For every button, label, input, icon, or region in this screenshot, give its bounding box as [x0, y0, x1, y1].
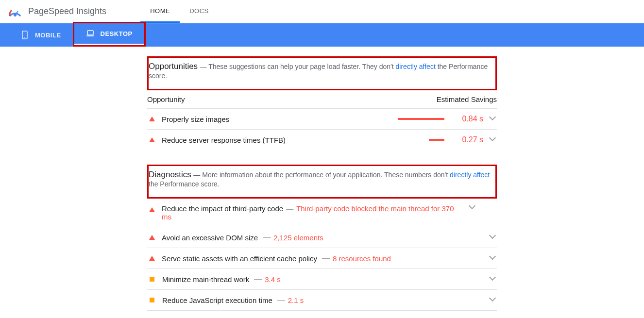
warning-triangle-icon: [149, 235, 155, 240]
col-savings: Estimated Savings: [437, 95, 497, 103]
opportunity-label: Properly size images: [162, 115, 367, 123]
warning-triangle-icon: [149, 256, 155, 261]
main-content: Opportunities — These suggestions can he…: [147, 47, 497, 318]
savings-bar: [367, 139, 444, 141]
diagnostic-row[interactable]: Avoid chaining critical requests—14 chai…: [147, 311, 497, 318]
opportunity-label: Reduce server response times (TTFB): [162, 136, 367, 144]
warning-triangle-icon: [149, 117, 155, 121]
savings-bar: [367, 118, 444, 120]
opportunity-row[interactable]: Reduce server response times (TTFB)0.27 …: [147, 130, 497, 150]
diagnostics-title: Diagnostics: [149, 170, 191, 179]
diagnostic-row[interactable]: Reduce JavaScript execution time—2.1 s: [147, 290, 497, 311]
diagnostic-detail: 8 resources found: [333, 254, 391, 263]
diagnostics-list: Reduce the impact of third-party code—Th…: [147, 199, 497, 318]
chevron-down-icon: [470, 204, 476, 211]
savings-time: 0.27 s: [454, 135, 483, 144]
opportunities-list: Properly size images0.84 sReduce server …: [147, 109, 497, 150]
opportunity-row[interactable]: Properly size images0.84 s: [147, 109, 497, 130]
warning-triangle-icon: [149, 207, 155, 212]
warning-square-icon: [150, 298, 154, 302]
product-name: PageSpeed Insights: [28, 6, 106, 17]
tab-desktop-highlight: DESKTOP: [73, 22, 146, 47]
nav-tabs: HOME DOCS: [140, 0, 219, 23]
directly-affect-link[interactable]: directly affect: [396, 63, 436, 70]
logo[interactable]: PageSpeed Insights: [8, 5, 106, 18]
diagnostic-row[interactable]: Serve static assets with an efficient ca…: [147, 248, 497, 269]
opportunities-columns: Opportunity Estimated Savings: [147, 90, 497, 109]
diagnostic-text: Reduce the impact of third-party code—Th…: [162, 204, 463, 221]
warning-square-icon: [150, 277, 154, 282]
diagnostic-row[interactable]: Reduce the impact of third-party code—Th…: [147, 199, 497, 227]
tab-mobile[interactable]: MOBILE: [9, 25, 73, 47]
diagnostic-row[interactable]: Avoid an excessive DOM size—2,125 elemen…: [147, 227, 497, 248]
svg-point-3: [24, 37, 25, 38]
diagnostic-label: Avoid an excessive DOM size: [162, 234, 258, 242]
chevron-down-icon: [490, 136, 497, 143]
directly-affect-link-2[interactable]: directly affect: [450, 171, 490, 179]
tab-home[interactable]: HOME: [140, 0, 180, 23]
laptop-icon: [86, 29, 95, 38]
chevron-down-icon: [490, 234, 497, 241]
diagnostic-detail: 2.1 s: [288, 296, 304, 304]
tab-desktop[interactable]: DESKTOP: [74, 23, 144, 45]
chevron-down-icon: [490, 255, 497, 262]
diagnostics-intro: Diagnostics — More information about the…: [147, 165, 497, 199]
tab-docs[interactable]: DOCS: [180, 0, 219, 23]
diagnostic-detail: 2,125 elements: [273, 234, 323, 242]
diagnostic-label: Reduce JavaScript execution time: [162, 296, 272, 304]
gauge-icon: [8, 5, 22, 18]
chevron-down-icon: [490, 116, 497, 122]
device-bar: MOBILE DESKTOP: [0, 23, 644, 47]
warning-triangle-icon: [149, 137, 155, 142]
col-opportunity: Opportunity: [147, 95, 185, 103]
diagnostic-detail: 3.4 s: [265, 275, 281, 284]
tab-desktop-label: DESKTOP: [101, 30, 133, 37]
opportunities-desc: — These suggestions can help your page l…: [149, 63, 488, 80]
svg-rect-4: [87, 31, 93, 35]
opportunities-title: Opportunities: [149, 62, 198, 71]
top-header: PageSpeed Insights HOME DOCS: [0, 0, 644, 23]
savings-time: 0.84 s: [454, 115, 483, 123]
tab-mobile-label: MOBILE: [35, 32, 61, 39]
diagnostic-label: Minimize main-thread work: [162, 275, 249, 284]
diagnostics-desc: — More information about the performance…: [149, 171, 490, 188]
opportunities-intro: Opportunities — These suggestions can he…: [147, 56, 497, 90]
diagnostic-row[interactable]: Minimize main-thread work—3.4 s: [147, 269, 497, 290]
chevron-down-icon: [490, 297, 497, 303]
diagnostic-label: Serve static assets with an efficient ca…: [162, 254, 317, 263]
phone-icon: [20, 31, 29, 39]
chevron-down-icon: [490, 276, 497, 283]
